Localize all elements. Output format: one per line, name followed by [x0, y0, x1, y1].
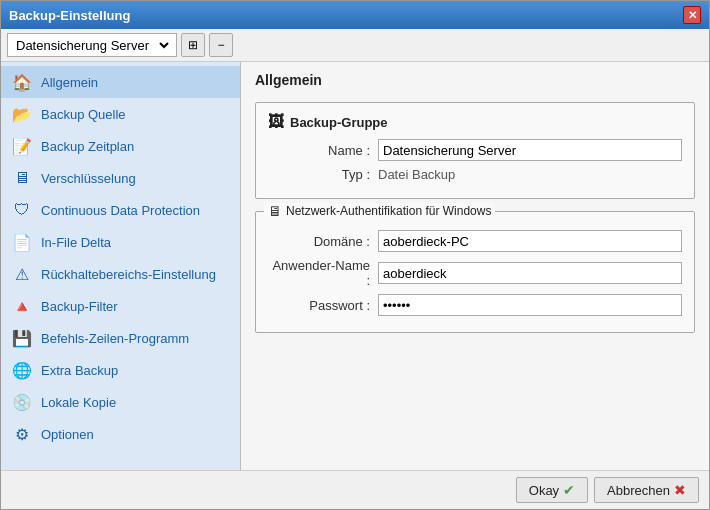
rueckhaltebereich-icon: ⚠ [11, 263, 33, 285]
sidebar-item-verschluesselung[interactable]: 🖥 Verschlüsselung [1, 162, 240, 194]
sidebar-label-backup-filter: Backup-Filter [41, 299, 118, 314]
main-window: Backup-Einstellung ✕ Datensicherung Serv… [0, 0, 710, 510]
backup-gruppe-icon: 🖼 [268, 113, 284, 131]
sidebar-label-cdp: Continuous Data Protection [41, 203, 200, 218]
abbrechen-button[interactable]: Abbrechen ✖ [594, 477, 699, 503]
title-bar: Backup-Einstellung ✕ [1, 1, 709, 29]
domaene-row: Domäne : [268, 230, 682, 252]
window-title: Backup-Einstellung [9, 8, 130, 23]
minus-button[interactable]: − [209, 33, 233, 57]
passwort-input[interactable] [378, 294, 682, 316]
domaene-input[interactable] [378, 230, 682, 252]
sidebar-item-extra-backup[interactable]: 🌐 Extra Backup [1, 354, 240, 386]
lokale-kopie-icon: 💿 [11, 391, 33, 413]
cdp-icon: 🛡 [11, 199, 33, 221]
sidebar-label-extra-backup: Extra Backup [41, 363, 118, 378]
abbrechen-icon: ✖ [674, 482, 686, 498]
sidebar-item-optionen[interactable]: ⚙ Optionen [1, 418, 240, 450]
close-button[interactable]: ✕ [683, 6, 701, 24]
in-file-delta-icon: 📄 [11, 231, 33, 253]
okay-label: Okay [529, 483, 559, 498]
name-row: Name : [268, 139, 682, 161]
content-area: 🏠 Allgemein 📂 Backup Quelle 📝 Backup Zei… [1, 62, 709, 470]
allgemein-icon: 🏠 [11, 71, 33, 93]
sidebar-item-lokale-kopie[interactable]: 💿 Lokale Kopie [1, 386, 240, 418]
sidebar-label-lokale-kopie: Lokale Kopie [41, 395, 116, 410]
typ-row: Typ : Datei Backup [268, 167, 682, 182]
passwort-label: Passwort : [268, 298, 378, 313]
backup-gruppe-title: 🖼 Backup-Gruppe [268, 113, 682, 131]
backup-filter-icon: 🔺 [11, 295, 33, 317]
sidebar-label-in-file-delta: In-File Delta [41, 235, 111, 250]
optionen-icon: ⚙ [11, 423, 33, 445]
sidebar-label-backup-quelle: Backup Quelle [41, 107, 126, 122]
main-content: Allgemein 🖼 Backup-Gruppe Name : Typ : D… [241, 62, 709, 470]
verschluesselung-icon: 🖥 [11, 167, 33, 189]
typ-label: Typ : [268, 167, 378, 182]
sidebar-label-backup-zeitplan: Backup Zeitplan [41, 139, 134, 154]
befehls-zeilen-icon: 💾 [11, 327, 33, 349]
netzwerk-auth-title: 🖥 Netzwerk-Authentifikation für Windows [264, 203, 495, 219]
minus-icon: − [217, 38, 224, 52]
backup-gruppe-group: 🖼 Backup-Gruppe Name : Typ : Datei Backu… [255, 102, 695, 199]
extra-backup-icon: 🌐 [11, 359, 33, 381]
anwender-row: Anwender-Name : [268, 258, 682, 288]
anwender-input[interactable] [378, 262, 682, 284]
sidebar: 🏠 Allgemein 📂 Backup Quelle 📝 Backup Zei… [1, 62, 241, 470]
backup-source-select[interactable]: Datensicherung Server [12, 37, 172, 54]
sidebar-label-rueckhaltebereich: Rückhaltebereichs-Einstellung [41, 267, 216, 282]
passwort-row: Passwort : [268, 294, 682, 316]
sidebar-item-befehls-zeilen[interactable]: 💾 Befehls-Zeilen-Programm [1, 322, 240, 354]
sidebar-item-backup-zeitplan[interactable]: 📝 Backup Zeitplan [1, 130, 240, 162]
backup-zeitplan-icon: 📝 [11, 135, 33, 157]
name-label: Name : [268, 143, 378, 158]
okay-button[interactable]: Okay ✔ [516, 477, 588, 503]
sidebar-item-backup-quelle[interactable]: 📂 Backup Quelle [1, 98, 240, 130]
grid-button[interactable]: ⊞ [181, 33, 205, 57]
sidebar-label-befehls-zeilen: Befehls-Zeilen-Programm [41, 331, 189, 346]
anwender-label: Anwender-Name : [268, 258, 378, 288]
okay-icon: ✔ [563, 482, 575, 498]
domaene-label: Domäne : [268, 234, 378, 249]
sidebar-item-cdp[interactable]: 🛡 Continuous Data Protection [1, 194, 240, 226]
grid-icon: ⊞ [188, 38, 198, 52]
abbrechen-label: Abbrechen [607, 483, 670, 498]
netzwerk-auth-group: 🖥 Netzwerk-Authentifikation für Windows … [255, 211, 695, 333]
sidebar-label-allgemein: Allgemein [41, 75, 98, 90]
name-input[interactable] [378, 139, 682, 161]
sidebar-item-in-file-delta[interactable]: 📄 In-File Delta [1, 226, 240, 258]
backup-source-dropdown[interactable]: Datensicherung Server [7, 33, 177, 57]
toolbar: Datensicherung Server ⊞ − [1, 29, 709, 62]
panel-title: Allgemein [255, 72, 695, 92]
sidebar-item-rueckhaltebereich[interactable]: ⚠ Rückhaltebereichs-Einstellung [1, 258, 240, 290]
sidebar-item-backup-filter[interactable]: 🔺 Backup-Filter [1, 290, 240, 322]
backup-quelle-icon: 📂 [11, 103, 33, 125]
typ-value: Datei Backup [378, 167, 455, 182]
netzwerk-icon: 🖥 [268, 203, 282, 219]
footer: Okay ✔ Abbrechen ✖ [1, 470, 709, 509]
sidebar-label-verschluesselung: Verschlüsselung [41, 171, 136, 186]
sidebar-label-optionen: Optionen [41, 427, 94, 442]
sidebar-item-allgemein[interactable]: 🏠 Allgemein [1, 66, 240, 98]
